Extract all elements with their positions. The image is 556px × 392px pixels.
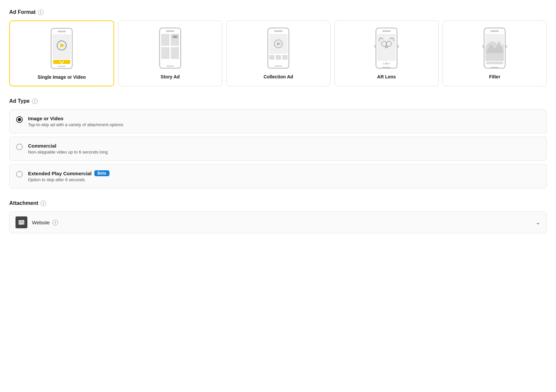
attachment-website-label: Website [32, 220, 50, 225]
svg-point-30 [385, 46, 388, 48]
ad-type-option-commercial[interactable]: Commercial Non-skippable video up to 6 s… [9, 137, 547, 161]
commercial-text: Commercial Non-skippable video up to 6 s… [28, 143, 108, 154]
svg-rect-9 [161, 34, 170, 46]
svg-rect-24 [274, 66, 282, 67]
ad-type-option-extended-play[interactable]: Extended Play Commercial Beta Option to … [9, 164, 547, 188]
story-ad-label: Story Ad [161, 74, 180, 79]
svg-rect-26 [382, 30, 391, 32]
ad-format-info-icon[interactable]: i [38, 10, 44, 15]
commercial-title: Commercial [28, 143, 108, 149]
image-video-desc: Tap-to-skip ad with a variety of attachm… [28, 122, 123, 127]
attachment-label: Attachment i [9, 200, 547, 206]
svg-point-46 [23, 220, 24, 221]
chevron-down-icon: ⌄ [536, 219, 541, 226]
collection-ad-icon [265, 27, 292, 70]
ad-format-card-story-ad[interactable]: Ad Story Ad [118, 20, 222, 86]
ad-type-section: Ad Type i Image or Video Tap-to-skip ad … [9, 98, 547, 188]
svg-rect-36 [490, 30, 499, 32]
svg-rect-15 [166, 66, 174, 67]
extended-play-title: Extended Play Commercial Beta [28, 170, 109, 176]
ad-format-section: Ad Format i Single Imag [9, 9, 547, 86]
attachment-section: Attachment i Website i ⌄ [9, 200, 547, 233]
beta-badge: Beta [94, 170, 109, 176]
ad-type-option-image-video[interactable]: Image or Video Tap-to-skip ad with a var… [9, 109, 547, 133]
ar-lens-icon [373, 27, 400, 70]
attachment-dropdown[interactable]: Website i ⌄ [9, 211, 547, 233]
ad-format-title: Ad Format [9, 9, 36, 15]
svg-rect-34 [383, 67, 390, 68]
radio-extended-play[interactable] [16, 171, 23, 178]
svg-rect-39 [491, 67, 499, 68]
ad-format-card-single-image-video[interactable]: Single Image or Video [9, 20, 114, 86]
filter-label: Filter [489, 74, 500, 79]
ar-lens-label: AR Lens [377, 74, 396, 79]
svg-rect-22 [276, 55, 281, 60]
svg-rect-38 [486, 62, 503, 64]
svg-rect-11 [161, 47, 170, 59]
attachment-info-icon[interactable]: i [41, 201, 46, 206]
website-svg-icon [18, 219, 25, 226]
single-image-video-icon [48, 27, 75, 70]
svg-text:Ad: Ad [173, 35, 177, 38]
single-image-video-label: Single Image or Video [38, 74, 86, 80]
image-video-text: Image or Video Tap-to-skip ad with a var… [28, 116, 123, 127]
radio-commercial[interactable] [16, 144, 23, 150]
svg-rect-23 [282, 55, 288, 60]
attachment-title: Attachment [9, 200, 38, 206]
ad-type-label: Ad Type i [9, 98, 547, 104]
svg-rect-44 [19, 223, 23, 224]
attachment-website-info-icon[interactable]: i [52, 220, 58, 225]
commercial-desc: Non-skippable video up to 6 seconds long [28, 150, 108, 154]
ad-format-card-filter[interactable]: Filter [443, 20, 547, 86]
svg-rect-17 [274, 30, 283, 32]
ad-format-card-collection-ad[interactable]: Collection Ad [226, 20, 330, 86]
svg-point-32 [386, 63, 387, 65]
story-ad-icon: Ad [157, 27, 183, 70]
svg-rect-21 [269, 55, 274, 60]
ad-format-grid: Single Image or Video Ad Story Ad [9, 20, 547, 86]
ad-type-info-icon[interactable]: i [32, 98, 38, 104]
ad-format-card-ar-lens[interactable]: AR Lens [334, 20, 439, 86]
ad-format-label: Ad Format i [9, 9, 547, 15]
attachment-dropdown-label: Website i [32, 220, 531, 225]
svg-rect-45 [19, 224, 22, 225]
radio-image-video-inner [18, 118, 21, 121]
svg-rect-8 [166, 30, 174, 32]
radio-image-video[interactable] [16, 116, 23, 123]
svg-rect-6 [58, 66, 66, 67]
svg-point-31 [383, 63, 385, 65]
collection-ad-label: Collection Ad [263, 74, 293, 79]
website-icon [15, 216, 27, 228]
extended-play-text: Extended Play Commercial Beta Option to … [28, 170, 109, 182]
ad-type-title: Ad Type [9, 98, 30, 104]
extended-play-title-text: Extended Play Commercial [28, 171, 92, 176]
image-video-title: Image or Video [28, 116, 123, 121]
svg-rect-1 [57, 31, 66, 32]
filter-icon [481, 27, 508, 70]
svg-rect-12 [171, 47, 179, 59]
svg-point-33 [388, 63, 390, 65]
extended-play-desc: Option to skip after 6 seconds [28, 177, 109, 182]
